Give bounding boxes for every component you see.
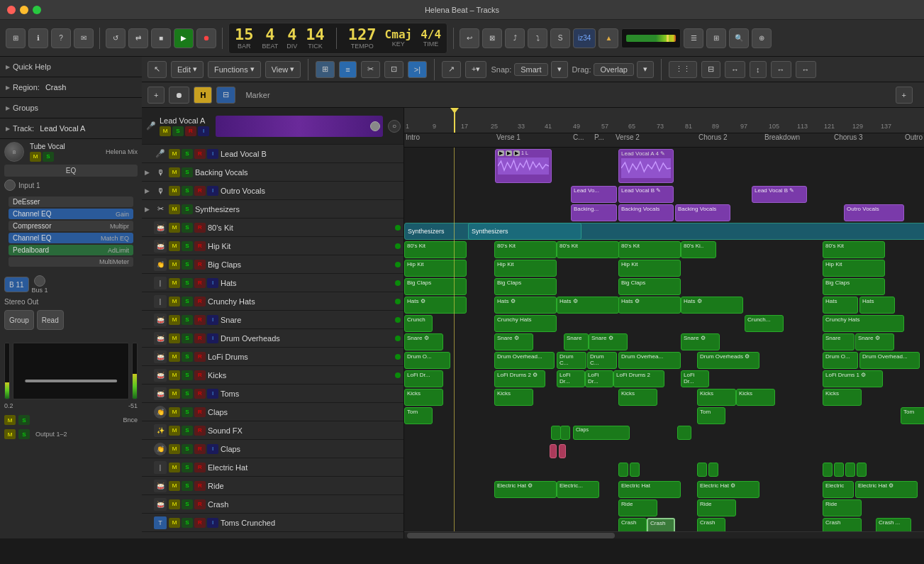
record-toms[interactable]: R: [194, 389, 206, 399]
clip-snare-2[interactable]: Snare ⚙: [494, 333, 533, 350]
clip-crunchy-1[interactable]: Crunch: [404, 315, 433, 332]
zoom-fit[interactable]: ⊟: [701, 61, 720, 78]
mute-synthesizers[interactable]: M: [169, 204, 180, 214]
clip-crunchy-2[interactable]: Crunchy Hats: [494, 315, 557, 332]
mute-toms[interactable]: M: [169, 389, 180, 399]
clip-claps2-4[interactable]: [708, 463, 718, 477]
record-lead-vocal-b[interactable]: R: [194, 149, 206, 159]
clip-electric-hat-5[interactable]: Electric: [823, 481, 854, 498]
clip-big-claps-2[interactable]: Big Claps: [494, 278, 557, 295]
plugin-channel-eq2[interactable]: Channel EQ Match EQ: [9, 233, 133, 243]
mute-outro-vocals[interactable]: M: [169, 186, 180, 196]
clip-drum-oh-6[interactable]: Drum Overheads ⚙: [697, 352, 759, 369]
master-solo-btn[interactable]: S: [18, 429, 30, 439]
link-button[interactable]: [4, 179, 16, 191]
record-ride[interactable]: R: [194, 481, 206, 491]
clip-toms-3[interactable]: Tom: [901, 407, 924, 424]
record-big-claps[interactable]: R: [194, 260, 206, 270]
record-hip-kit[interactable]: R: [194, 241, 206, 251]
record-claps[interactable]: R: [194, 407, 206, 417]
clip-snare-3[interactable]: Snare: [564, 333, 589, 350]
list-icon-button[interactable]: ≡: [339, 61, 356, 78]
fader-thumb[interactable]: [25, 380, 117, 382]
mute-crunchy-hats[interactable]: M: [169, 297, 180, 306]
clip-drum-oh-2[interactable]: Drum Overhead...: [494, 352, 555, 369]
clip-claps2-7[interactable]: [845, 463, 855, 477]
mute-sound-fx[interactable]: M: [169, 426, 180, 436]
smart-controls-button[interactable]: iz34: [573, 28, 596, 48]
clip-claps-1[interactable]: Claps: [573, 426, 630, 440]
record-snare[interactable]: R: [194, 315, 206, 325]
clip-hip-kit-3[interactable]: Hip Kit: [618, 260, 681, 277]
h-marker-button[interactable]: H: [194, 87, 212, 104]
record-80s-kit[interactable]: R: [194, 223, 206, 233]
zoom-in[interactable]: ↔: [725, 61, 745, 78]
clip-claps2-5[interactable]: [823, 463, 833, 477]
plugin-pedalboard[interactable]: Pedalboard AdLimit: [9, 245, 133, 255]
grid-icon-button[interactable]: ⊞: [316, 61, 335, 78]
clip-crash-1[interactable]: Crash: [618, 518, 647, 531]
clip-hats-3[interactable]: Hats ⚙: [557, 297, 619, 314]
solo-big-claps[interactable]: S: [182, 260, 193, 270]
note-button[interactable]: ✉: [74, 28, 94, 48]
clip-80s-kit-2[interactable]: 80's Kit: [494, 241, 557, 258]
clip-claps2-3[interactable]: [697, 463, 707, 477]
drag-dropdown[interactable]: ▾: [637, 61, 654, 78]
record-toms-crunched[interactable]: R: [194, 518, 206, 528]
clip-electric-hat-6[interactable]: Electric Hat ⚙: [855, 481, 918, 498]
export-button[interactable]: ⤴: [505, 28, 525, 48]
solo-button[interactable]: S: [43, 152, 54, 162]
read-button[interactable]: Read: [37, 310, 64, 330]
clip-lead-vocal-a-2[interactable]: Lead Vocal A 4 ✎: [618, 149, 674, 183]
clip-claps2-8[interactable]: [857, 463, 867, 477]
mute-claps[interactable]: M: [169, 407, 180, 417]
input-lead-vocal-a[interactable]: I: [198, 126, 209, 136]
list-view-button[interactable]: ☰: [684, 28, 703, 48]
plugin-channel-eq[interactable]: Channel EQ Gain: [9, 209, 133, 219]
tracks-canvas[interactable]: ▶ ▶ ▶ 1 L: [404, 148, 924, 531]
info-button[interactable]: ℹ: [28, 28, 48, 48]
loop-icon-button[interactable]: ⊡: [384, 61, 403, 78]
solo-sound-fx[interactable]: S: [182, 426, 193, 436]
master-mute-btn[interactable]: M: [4, 429, 16, 439]
record-outro-vocals[interactable]: R: [194, 186, 206, 196]
clip-big-claps-1[interactable]: Big Claps: [404, 278, 467, 295]
scrollbar-thumb[interactable]: [407, 533, 615, 538]
solo-electric-hat[interactable]: S: [182, 463, 193, 472]
clip-claps2-1[interactable]: [618, 463, 628, 477]
record-sound-fx[interactable]: R: [194, 426, 206, 436]
clip-kicks-2[interactable]: Kicks: [494, 389, 533, 406]
clip-lead-vocal-b-1[interactable]: Lead Vo...: [571, 186, 617, 203]
redo-button[interactable]: ⊠: [482, 28, 502, 48]
input-lead-vocal-b[interactable]: I: [207, 149, 218, 159]
mute-lead-vocal-a[interactable]: M: [160, 126, 171, 136]
clip-drum-oh-3[interactable]: Drum C...: [557, 352, 586, 369]
clip-crash-5[interactable]: Crash ...: [876, 518, 911, 531]
solo-80s-kit[interactable]: S: [182, 223, 193, 233]
clip-backing-vocals-3[interactable]: Backing Vocals: [675, 204, 730, 221]
fader-knob[interactable]: [370, 121, 380, 131]
stretch-tool[interactable]: ↔: [771, 61, 791, 78]
view-menu[interactable]: View ▾: [265, 61, 301, 78]
solo-toms[interactable]: S: [182, 389, 193, 399]
quick-help-toggle[interactable]: ▶ Quick Help: [6, 60, 136, 74]
clip-drum-oh-1[interactable]: Drum O...: [404, 352, 450, 369]
channel-knob[interactable]: 8: [4, 142, 24, 162]
clip-ride-3[interactable]: Ride: [823, 499, 862, 516]
clip-electric-hat-2[interactable]: Electric...: [557, 481, 599, 498]
clip-claps-2[interactable]: [677, 426, 691, 440]
play-button[interactable]: ▶: [174, 28, 194, 48]
zoom-button[interactable]: [33, 6, 41, 14]
tuner-button[interactable]: ▲: [599, 28, 618, 48]
cursor-tool[interactable]: ↗: [442, 61, 461, 78]
clip-drum-oh-5[interactable]: Drum Overhea...: [618, 352, 681, 369]
clip-lofi-6[interactable]: LoFi Dr...: [681, 370, 709, 387]
extra-tool[interactable]: ↔: [796, 61, 816, 78]
clip-backing-vocals-1[interactable]: Backing...: [571, 204, 617, 221]
clip-lofi-3[interactable]: LoFi Dr...: [557, 370, 585, 387]
input-snare[interactable]: I: [207, 315, 218, 325]
solo-lead-vocal-a[interactable]: S: [172, 126, 184, 136]
clip-kicks-4[interactable]: Kicks: [697, 389, 736, 406]
clip-snare-1[interactable]: Snare ⚙: [404, 333, 443, 350]
record-crunchy-hats[interactable]: R: [194, 297, 206, 306]
